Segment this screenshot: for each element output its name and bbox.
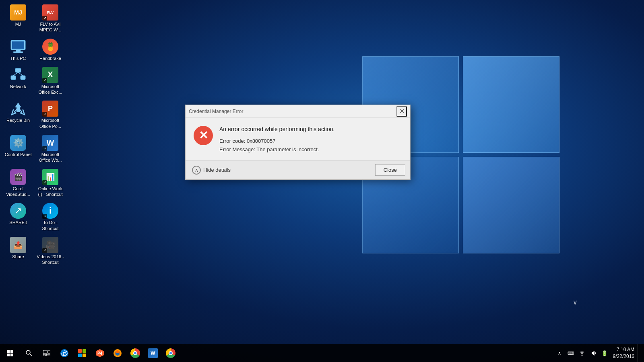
taskbar-chrome2-icon[interactable] bbox=[162, 344, 180, 362]
svg-rect-6 bbox=[21, 76, 25, 80]
taskbar-clock[interactable]: 7:10 AM 9/22/2016 bbox=[610, 344, 638, 362]
icon-label-powerpoint: MicrosoftOffice Po... bbox=[39, 117, 61, 129]
desktop-icon-videos[interactable]: 🎥 ↗ Videos 2016 -Shortcut bbox=[34, 234, 66, 268]
dialog-title: Credential Manager Error bbox=[189, 109, 243, 114]
taskbar-search-button[interactable] bbox=[20, 344, 38, 362]
mj-icon: MJ bbox=[10, 4, 26, 21]
systray-keyboard-icon[interactable]: ⌨ bbox=[566, 344, 576, 362]
desktop-icon-handbrake[interactable]: 🍍 Handbrake bbox=[34, 36, 66, 64]
control-panel-icon: ⚙️ bbox=[10, 135, 26, 151]
icon-label-online-work: Online Work(I) - Shortcut bbox=[38, 186, 62, 197]
clock-time: 7:10 AM bbox=[617, 346, 634, 353]
taskbar-store-icon[interactable] bbox=[73, 344, 91, 362]
shortcut-arrow: ↗ bbox=[42, 16, 47, 21]
svg-rect-13 bbox=[43, 354, 45, 356]
shortcut-arrow: ↗ bbox=[42, 112, 47, 117]
svg-rect-4 bbox=[15, 68, 21, 72]
desktop-icon-todo[interactable]: i ↗ To Do -Shortcut bbox=[34, 200, 66, 234]
desktop-icon-share[interactable]: 📤 Share bbox=[2, 234, 34, 268]
desktop-icon-word[interactable]: W ↗ MicrosoftOffice Wo... bbox=[34, 132, 66, 166]
dialog-body: ✕ An error occurred while performing thi… bbox=[186, 118, 410, 154]
dialog-close-button[interactable]: ✕ bbox=[396, 106, 407, 117]
icon-label-todo: To Do -Shortcut bbox=[42, 220, 59, 231]
taskbar-pinned-apps: P4 W bbox=[56, 344, 180, 362]
taskbar-task-view-button[interactable] bbox=[38, 344, 56, 362]
chrome-icon-inner bbox=[130, 348, 140, 358]
dialog-overlay: Credential Manager Error ✕ ✕ An error oc… bbox=[0, 0, 644, 362]
shareit-icon: ↗ bbox=[10, 203, 26, 219]
svg-rect-12 bbox=[48, 350, 50, 354]
handbrake-icon: 🍍 bbox=[42, 39, 58, 55]
icon-label-handbrake: Handbrake bbox=[39, 56, 61, 61]
word-taskbar-icon: W bbox=[148, 348, 158, 358]
systray-volume-icon[interactable] bbox=[588, 344, 599, 362]
icon-label-this-pc: This PC bbox=[10, 56, 26, 61]
svg-rect-3 bbox=[13, 51, 23, 53]
systray-expand-button[interactable]: ∧ bbox=[554, 344, 565, 362]
desktop-icon-powerpoint[interactable]: P ↗ MicrosoftOffice Po... bbox=[34, 98, 66, 132]
dialog-footer: ∧ Hide details Close bbox=[186, 160, 410, 179]
desktop-icon-excel[interactable]: X ↗ MicrosoftOffice Exc... bbox=[34, 64, 66, 98]
icon-label-recycle: Recycle Bin bbox=[6, 117, 30, 123]
taskbar-chrome-icon[interactable] bbox=[126, 344, 144, 362]
scroll-down-indicator[interactable]: ∨ bbox=[573, 298, 578, 306]
shortcut-arrow: ↗ bbox=[42, 78, 47, 83]
desktop-icons: MJ MJ FLV ↗ FLV to AVIMPEG W... bbox=[2, 2, 66, 268]
show-desktop-button[interactable] bbox=[638, 344, 641, 362]
svg-rect-16 bbox=[78, 349, 82, 353]
svg-rect-5 bbox=[11, 76, 16, 80]
systray-power-icon[interactable]: 🔋 bbox=[599, 344, 610, 362]
svg-rect-14 bbox=[46, 354, 50, 356]
windows-logo-icon bbox=[7, 350, 13, 356]
chrome2-icon-inner bbox=[166, 348, 175, 358]
icon-label-excel: MicrosoftOffice Exc... bbox=[38, 84, 62, 95]
desktop-icon-flv[interactable]: FLV ↗ FLV to AVIMPEG W... bbox=[34, 2, 66, 35]
systray-network-icon[interactable] bbox=[577, 344, 587, 362]
icon-label-shareit: SHAREit bbox=[9, 220, 27, 225]
close-button[interactable]: Close bbox=[375, 164, 405, 176]
desktop-icon-network[interactable]: Network bbox=[2, 64, 34, 98]
icon-label-flv: FLV to AVIMPEG W... bbox=[39, 21, 61, 33]
icon-label-control-panel: Control Panel bbox=[5, 152, 32, 157]
dialog-titlebar: Credential Manager Error ✕ bbox=[186, 105, 410, 118]
error-x-symbol: ✕ bbox=[199, 130, 208, 141]
systray: ∧ ⌨ bbox=[554, 344, 644, 362]
desktop: MJ MJ FLV ↗ FLV to AVIMPEG W... bbox=[0, 0, 644, 362]
svg-point-23 bbox=[581, 355, 582, 356]
taskbar-firefox-icon[interactable] bbox=[109, 344, 126, 362]
desktop-icon-online-work[interactable]: 📊 ↗ Online Work(I) - Shortcut bbox=[34, 167, 66, 200]
share-icon: 📤 bbox=[10, 237, 26, 253]
icon-label-videos: Videos 2016 -Shortcut bbox=[37, 254, 64, 265]
desktop-icon-this-pc[interactable]: This PC bbox=[2, 36, 34, 64]
svg-line-8 bbox=[18, 72, 23, 76]
start-button[interactable] bbox=[0, 344, 20, 362]
hide-details-button[interactable]: ∧ Hide details bbox=[190, 164, 232, 176]
dialog-details: Error code: 0x80070057 Error Message: Th… bbox=[219, 137, 402, 154]
svg-point-9 bbox=[26, 350, 30, 354]
svg-rect-11 bbox=[43, 350, 47, 354]
taskbar-edge-icon[interactable] bbox=[56, 344, 73, 362]
svg-rect-17 bbox=[83, 349, 86, 353]
taskbar-perforce-icon[interactable]: P4 bbox=[91, 344, 109, 362]
win-pane-br bbox=[463, 157, 559, 253]
desktop-icon-shareit[interactable]: ↗ SHAREit bbox=[2, 200, 34, 234]
svg-line-10 bbox=[30, 354, 32, 356]
taskbar-word-icon[interactable]: W bbox=[144, 344, 162, 362]
desktop-icon-corel[interactable]: 🎬 CorelVideoStud... bbox=[2, 167, 34, 200]
svg-marker-24 bbox=[592, 351, 594, 356]
desktop-icon-recycle[interactable]: Recycle Bin bbox=[2, 98, 34, 132]
icon-label-network: Network bbox=[10, 84, 26, 89]
desktop-icon-mj[interactable]: MJ MJ bbox=[2, 2, 34, 35]
clock-date: 9/22/2016 bbox=[613, 353, 634, 360]
svg-rect-19 bbox=[83, 354, 86, 357]
icon-label-mj: MJ bbox=[15, 21, 21, 27]
shortcut-arrow: ↗ bbox=[42, 180, 47, 185]
credential-manager-error-dialog[interactable]: Credential Manager Error ✕ ✕ An error oc… bbox=[185, 105, 411, 180]
dialog-content: An error occurred while performing this … bbox=[219, 126, 402, 154]
svg-text:P4: P4 bbox=[97, 351, 103, 356]
desktop-icon-control-panel[interactable]: ⚙️ Control Panel bbox=[2, 132, 34, 166]
icon-label-corel: CorelVideoStud... bbox=[6, 186, 30, 197]
win-pane-tr bbox=[463, 56, 559, 153]
chevron-up-icon: ∧ bbox=[192, 166, 201, 175]
error-message: Error Message: The parameter is incorrec… bbox=[219, 146, 402, 154]
